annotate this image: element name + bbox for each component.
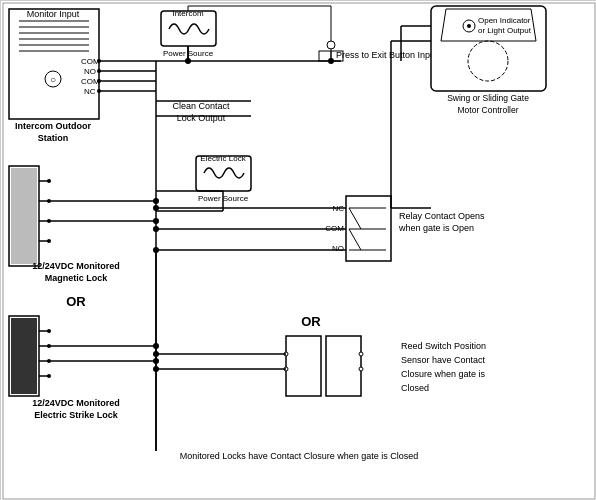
- svg-point-36: [467, 24, 471, 28]
- svg-text:Clean Contact: Clean Contact: [172, 101, 230, 111]
- svg-text:Motor Controller: Motor Controller: [458, 105, 519, 115]
- svg-point-79: [47, 329, 51, 333]
- svg-text:Relay Contact Opens: Relay Contact Opens: [399, 211, 485, 221]
- svg-point-66: [47, 179, 51, 183]
- svg-point-133: [328, 58, 334, 64]
- svg-text:Monitor Input: Monitor Input: [27, 9, 80, 19]
- svg-text:Sensor have Contact: Sensor have Contact: [401, 355, 486, 365]
- svg-text:OR: OR: [301, 314, 321, 329]
- svg-rect-74: [11, 318, 37, 394]
- svg-text:when gate is Open: when gate is Open: [398, 223, 474, 233]
- svg-point-120: [153, 198, 159, 204]
- svg-text:12/24VDC Monitored: 12/24VDC Monitored: [32, 261, 120, 271]
- svg-text:NO: NO: [332, 244, 344, 253]
- svg-point-82: [47, 374, 51, 378]
- svg-marker-34: [441, 9, 536, 41]
- svg-text:Lock Output: Lock Output: [177, 113, 226, 123]
- svg-text:Reed Switch Position: Reed Switch Position: [401, 341, 486, 351]
- svg-rect-85: [286, 336, 321, 396]
- svg-point-90: [359, 367, 363, 371]
- svg-text:or Light Output: or Light Output: [478, 26, 532, 35]
- svg-text:Electric Lock: Electric Lock: [200, 154, 246, 163]
- svg-text:Monitored Locks have Contact C: Monitored Locks have Contact Closure whe…: [180, 451, 419, 461]
- svg-text:NC: NC: [84, 87, 96, 96]
- svg-text:Press to Exit Button Input: Press to Exit Button Input: [336, 50, 438, 60]
- svg-text:Electric Strike Lock: Electric Strike Lock: [34, 410, 119, 420]
- svg-rect-86: [326, 336, 361, 396]
- svg-text:12/24VDC Monitored: 12/24VDC Monitored: [32, 398, 120, 408]
- svg-point-112: [153, 205, 159, 211]
- svg-text:COM: COM: [81, 57, 100, 66]
- svg-text:Closure when gate is: Closure when gate is: [401, 369, 486, 379]
- svg-text:Station: Station: [38, 133, 69, 143]
- svg-text:NO: NO: [84, 67, 96, 76]
- svg-text:Open Indicator: Open Indicator: [478, 16, 531, 25]
- svg-rect-61: [11, 168, 37, 264]
- svg-point-31: [327, 41, 335, 49]
- svg-text:COM: COM: [81, 77, 100, 86]
- svg-text:Swing or Sliding Gate: Swing or Sliding Gate: [447, 93, 529, 103]
- wiring-diagram: Monitor Input COM NO COM NC ○ Intercom O…: [0, 0, 596, 500]
- svg-point-121: [153, 218, 159, 224]
- svg-point-69: [47, 239, 51, 243]
- svg-text:○: ○: [50, 74, 56, 85]
- svg-point-113: [153, 226, 159, 232]
- svg-point-89: [359, 352, 363, 356]
- svg-text:Magnetic Lock: Magnetic Lock: [45, 273, 109, 283]
- svg-text:Intercom Outdoor: Intercom Outdoor: [15, 121, 91, 131]
- svg-text:Closed: Closed: [401, 383, 429, 393]
- svg-text:OR: OR: [66, 294, 86, 309]
